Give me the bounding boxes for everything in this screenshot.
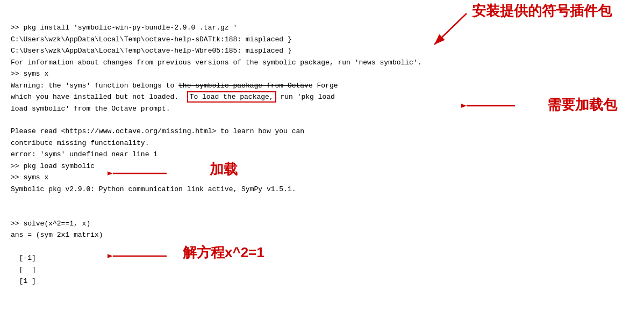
line-10: contribute missing functionality.: [11, 139, 149, 147]
svg-line-1: [434, 13, 467, 45]
line-20: [1 ]: [11, 277, 36, 285]
annotation-load-package: 需要加载包: [547, 94, 617, 116]
line-6: Warning: the 'syms' function belongs to …: [11, 82, 338, 90]
annotation-install: 安装提供的符号插件包: [472, 0, 612, 23]
line-14: Symbolic pkg v2.9.0: Python communicatio…: [11, 185, 296, 193]
line-19: [ ]: [11, 266, 36, 274]
terminal-output: >> pkg install 'symbolic-win-py-bundle-2…: [11, 11, 628, 298]
highlight-load-package: To load the package,: [187, 91, 276, 103]
line-16: >> solve(x^2==1, x): [11, 220, 90, 228]
annotation-solve: 解方程x^2=1: [183, 242, 264, 264]
line-11: error: 'syms' undefined near line 1: [11, 150, 158, 158]
annotation-load-cmd: 加载: [210, 158, 238, 181]
main-content: >> pkg install 'symbolic-win-py-bundle-2…: [0, 0, 644, 309]
arrow-load-cmd: [108, 165, 172, 181]
line-8: load symbolic' from the Octave prompt.: [11, 105, 170, 113]
line-5: >> syms x: [11, 70, 48, 78]
line-12: >> pkg load symbolic: [11, 162, 95, 170]
line-1: >> pkg install 'symbolic-win-py-bundle-2…: [11, 24, 237, 32]
line-9: Please read <https://www.octave.org/miss…: [11, 127, 304, 135]
arrow-install: [418, 8, 483, 51]
line-18: [-1]: [11, 254, 36, 262]
line-3: C:\Users\wzk\AppData\Local\Temp\octave-h…: [11, 47, 292, 55]
line-4: For information about changes from previ…: [11, 59, 422, 67]
line-2: C:\Users\wzk\AppData\Local\Temp\octave-h…: [11, 35, 292, 43]
line-7: which you have installed but not loaded.…: [11, 91, 335, 103]
arrow-load-package: [461, 98, 520, 114]
line-13: >> syms x: [11, 173, 48, 181]
line-17: ans = (sym 2x1 matrix): [11, 231, 103, 239]
arrow-solve: [108, 248, 172, 264]
